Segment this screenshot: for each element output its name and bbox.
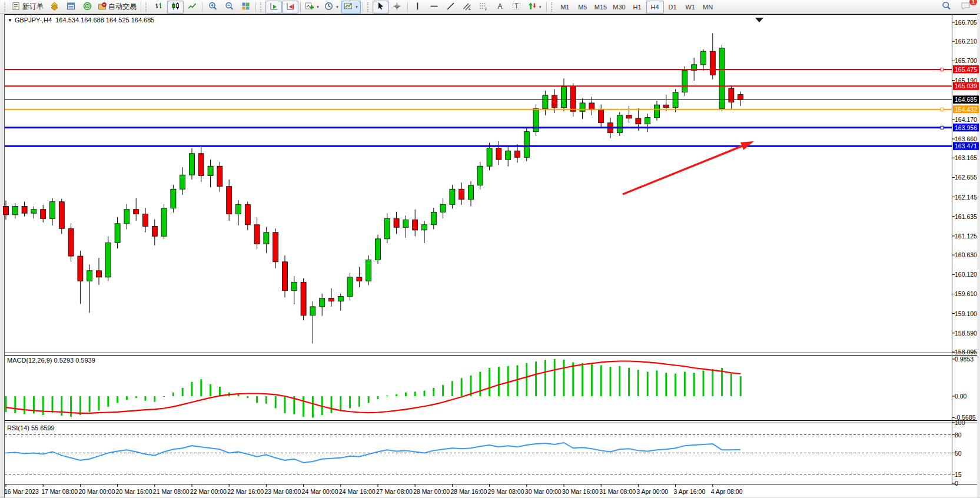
new-order-button[interactable]: 新订单	[9, 1, 46, 14]
time-axis-label: 27 Mar 08:00	[376, 488, 413, 495]
price-axis-label: 159.100	[955, 310, 977, 317]
add-indicator-button[interactable]: ▼	[303, 1, 322, 14]
chart-shift-button[interactable]	[282, 1, 298, 14]
chart-canvas[interactable]: 166.705166.210165.700165.190164.170163.6…	[0, 14, 980, 498]
candle-body	[245, 204, 250, 224]
market-watch-button[interactable]	[46, 1, 62, 14]
toolbar-separator	[363, 2, 363, 12]
price-axis-label: 163.660	[955, 135, 977, 142]
price-axis-label: 161.635	[955, 213, 977, 220]
candlestick-chart-button[interactable]	[167, 1, 184, 14]
symbol-info-line[interactable]: ▼GBPJPY-,H4 164.534 164.688 164.525 164.…	[8, 16, 154, 24]
candle-body	[663, 105, 669, 108]
candle-body	[124, 210, 129, 224]
timeframe-w1-button[interactable]: W1	[682, 1, 699, 14]
autotrading-button[interactable]: 自动交易	[95, 1, 139, 14]
candle-body	[68, 228, 74, 256]
candle-body	[115, 224, 120, 243]
fibonacci-button[interactable]: F	[476, 1, 492, 14]
candle-body	[394, 218, 399, 227]
line-chart-button[interactable]	[184, 1, 200, 14]
candle-body	[310, 307, 315, 316]
label-button[interactable]: T	[509, 1, 525, 14]
price-badge-label: 163.471	[955, 142, 977, 150]
time-axis-label: 20 Mar 16:00	[116, 488, 152, 495]
candle-body	[626, 115, 632, 118]
crosshair-button[interactable]	[389, 1, 406, 14]
tile-windows-button[interactable]	[237, 1, 254, 14]
price-badge-label: 165.039	[955, 82, 977, 89]
timeframe-h1-button[interactable]: H1	[629, 1, 646, 14]
autotrading-icon	[98, 2, 107, 12]
time-axis-label: 24 Mar 16:00	[339, 488, 376, 495]
timeframe-m1-button[interactable]: M1	[556, 1, 574, 14]
bar-chart-button[interactable]	[151, 1, 167, 14]
price-badge-label: 164.432	[955, 106, 977, 113]
timeframe-m5-button[interactable]: M5	[574, 1, 592, 14]
vertical-line-button[interactable]	[410, 1, 426, 14]
line-handle[interactable]	[941, 68, 944, 71]
candle-body	[710, 51, 715, 75]
rsi-value: 55.6599	[31, 424, 55, 431]
price-axis-label: 162.655	[955, 174, 977, 181]
timeframe-mn-button[interactable]: MN	[699, 1, 717, 14]
candle-body	[636, 118, 641, 124]
price-axis-label: 166.210	[955, 38, 977, 45]
horizontal-line-button[interactable]	[426, 1, 443, 14]
templates-button[interactable]: ▼	[341, 1, 361, 14]
toolbar-separator	[141, 2, 141, 12]
candle-body	[264, 233, 269, 244]
candle-body	[301, 282, 306, 316]
ohlc-values: 164.534 164.688 164.525 164.685	[55, 16, 154, 24]
dropdown-caret-icon: ▼	[335, 5, 339, 9]
candle-body	[496, 148, 501, 160]
candle-body	[78, 256, 83, 281]
auto-scroll-button[interactable]	[265, 1, 282, 14]
navigator-button[interactable]	[79, 1, 95, 14]
candle-body	[198, 154, 204, 176]
data-window-button[interactable]	[62, 1, 79, 14]
zoom-in-button[interactable]	[204, 1, 221, 14]
macd-axis-label: 0.00	[955, 393, 967, 400]
notification-badge: 1	[969, 0, 977, 5]
chart-shift-icon	[286, 2, 295, 12]
time-axis-label: 28 Mar 00:00	[413, 488, 450, 495]
text-button[interactable]: A	[492, 1, 509, 14]
line-handle[interactable]	[941, 108, 944, 111]
macd-indicator-label: MACD(12,26,9) 0.5293 0.5939	[7, 357, 95, 364]
chat-button[interactable]: 1	[957, 1, 974, 14]
candle-body	[682, 71, 687, 92]
navigator-icon	[83, 2, 92, 12]
vertical-line-icon	[413, 2, 422, 12]
time-axis-label: 23 Mar 08:00	[264, 488, 301, 495]
symbol-dropdown-icon: ▼	[8, 18, 12, 23]
timeframe-h4-button[interactable]: H4	[646, 1, 664, 14]
candle-body	[515, 151, 520, 157]
search-button[interactable]	[938, 1, 955, 14]
candle-body	[431, 212, 436, 224]
timeframe-m15-button[interactable]: M15	[592, 1, 610, 14]
zoom-out-icon	[225, 2, 234, 12]
equidistant-channel-button[interactable]: E	[459, 1, 476, 14]
cursor-button[interactable]	[373, 1, 389, 14]
candle-body	[97, 271, 102, 277]
timeframe-m30-button[interactable]: M30	[610, 1, 628, 14]
time-axis-label: 31 Mar 08:00	[599, 488, 636, 495]
candle-body	[487, 148, 492, 167]
price-axis-label: 163.165	[955, 154, 977, 161]
line-handle[interactable]	[941, 126, 944, 129]
time-axis-label: 17 Mar 08:00	[41, 488, 78, 495]
shapes-button[interactable]: ▼	[525, 1, 544, 14]
periods-button[interactable]: ▼	[322, 1, 341, 14]
text-icon: A	[496, 2, 504, 12]
search-icon	[942, 1, 951, 12]
zoom-out-button[interactable]	[221, 1, 237, 14]
time-axis-label: 22 Mar 16:00	[227, 488, 264, 495]
timeframe-d1-button[interactable]: D1	[664, 1, 682, 14]
horizontal-line-icon	[430, 2, 438, 12]
time-axis-label: 3 Apr 16:00	[674, 488, 706, 495]
trendline-button[interactable]	[443, 1, 459, 14]
zoom-in-icon	[208, 2, 217, 12]
candle-body	[422, 225, 427, 230]
candle-body	[329, 298, 334, 301]
